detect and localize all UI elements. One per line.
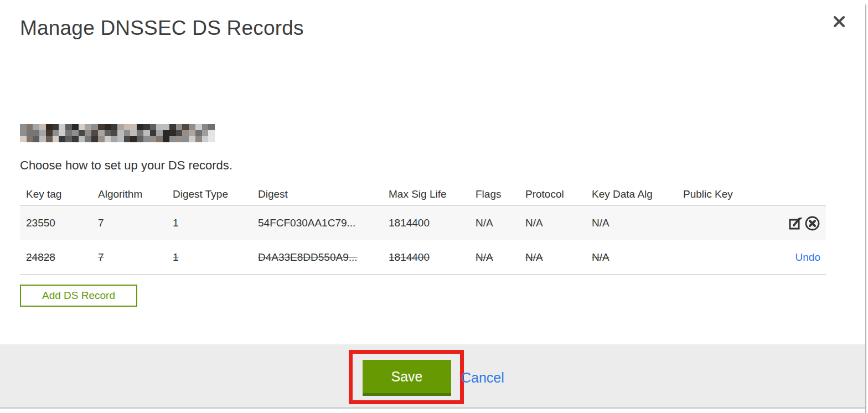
cell-key-tag: 24828 (20, 251, 92, 264)
cell-algorithm: 7 (92, 217, 167, 229)
cell-algorithm: 7 (92, 251, 167, 264)
modal-right-border (865, 4, 866, 413)
cell-flags: N/A (469, 217, 519, 229)
column-header-digest: Digest (252, 188, 383, 200)
table-row: 23550 7 1 54FCF030AA1C79... 1814400 N/A … (20, 206, 826, 240)
add-ds-record-button[interactable]: Add DS Record (20, 285, 137, 307)
redacted-domain (20, 124, 215, 142)
table-header-row: Key tag Algorithm Digest Type Digest Max… (20, 183, 826, 206)
column-header-max-sig-life: Max Sig Life (383, 188, 469, 200)
delete-record-button[interactable] (804, 215, 820, 231)
page-title: Manage DNSSEC DS Records (20, 17, 304, 40)
cell-max-sig-life: 1814400 (383, 251, 469, 264)
cell-digest: D4A33E8DD550A9... (252, 251, 383, 264)
column-header-flags: Flags (469, 188, 519, 200)
cell-flags: N/A (469, 251, 519, 264)
edit-record-button[interactable] (788, 216, 803, 231)
column-header-public-key: Public Key (677, 188, 826, 200)
ds-records-table: Key tag Algorithm Digest Type Digest Max… (20, 183, 826, 275)
circle-x-icon (804, 225, 820, 233)
save-button[interactable]: Save (363, 360, 451, 396)
table-row-deleted: 24828 7 1 D4A33E8DD550A9... 1814400 N/A … (20, 240, 826, 275)
cell-max-sig-life: 1814400 (383, 217, 469, 229)
column-header-protocol: Protocol (519, 188, 586, 200)
row-actions: Undo (795, 240, 820, 274)
cell-digest-type: 1 (167, 217, 252, 229)
column-header-digest-type: Digest Type (167, 188, 252, 200)
row-actions (788, 206, 820, 240)
column-header-algorithm: Algorithm (92, 188, 167, 200)
close-icon (832, 14, 849, 29)
cell-protocol: N/A (519, 251, 586, 264)
undo-link[interactable]: Undo (795, 251, 820, 264)
column-header-key-data-alg: Key Data Alg (586, 188, 677, 200)
manage-dnssec-modal: { "modal": { "title": "Manage DNSSEC DS … (0, 0, 868, 413)
close-button[interactable] (832, 13, 849, 30)
cell-digest-type: 1 (167, 251, 252, 264)
edit-icon (788, 224, 803, 233)
cell-key-data-alg: N/A (586, 251, 677, 264)
cancel-link[interactable]: Cancel (461, 370, 504, 386)
instruction-text: Choose how to set up your DS records. (20, 158, 232, 173)
cell-key-data-alg: N/A (586, 217, 677, 229)
cell-key-tag: 23550 (20, 217, 92, 229)
column-header-key-tag: Key tag (20, 188, 92, 200)
cell-digest: 54FCF030AA1C79... (252, 217, 383, 229)
cell-protocol: N/A (519, 217, 586, 229)
